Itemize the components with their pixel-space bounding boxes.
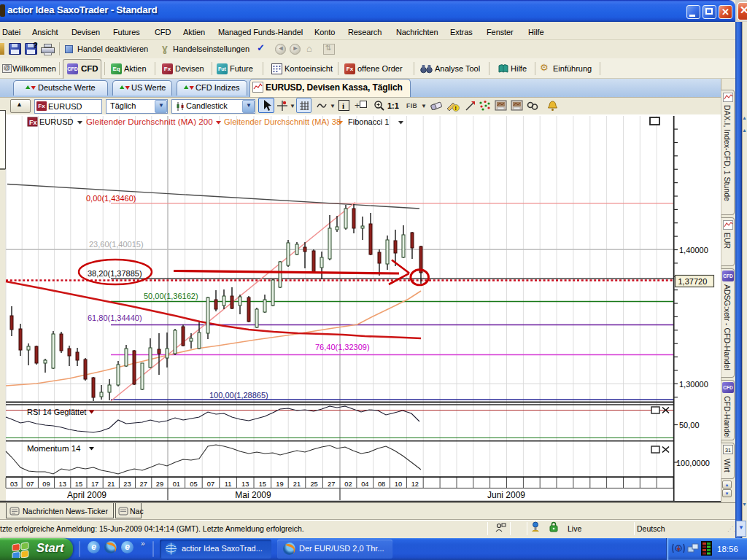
svg-text:21: 21 [293,481,301,488]
svg-text:Gleitender Durchschnitt (MA) 2: Gleitender Durchschnitt (MA) 200 [86,117,213,126]
svg-text:03: 03 [10,481,18,488]
svg-text:07: 07 [207,481,214,488]
svg-text:21: 21 [107,481,115,488]
svg-text:02: 02 [344,481,352,488]
svg-text:76,40(1,32309): 76,40(1,32309) [315,343,370,351]
svg-text:23: 23 [123,481,131,488]
svg-text:April 2009: April 2009 [67,490,107,500]
svg-text:61,80(1,34440): 61,80(1,34440) [88,314,142,322]
svg-text:01: 01 [173,481,180,488]
svg-text:1,30000: 1,30000 [679,380,708,389]
svg-text:1,37720: 1,37720 [678,277,708,286]
svg-text:25: 25 [310,481,317,488]
svg-text:Gleitender Durchschnitt (MA) 3: Gleitender Durchschnitt (MA) 38 [224,117,341,126]
svg-text:17: 17 [91,481,98,488]
svg-text:10: 10 [395,481,402,488]
svg-text:Juni 2009: Juni 2009 [487,490,525,500]
svg-text:12: 12 [411,481,419,488]
svg-text:07: 07 [26,481,34,488]
svg-text:27: 27 [140,481,147,488]
svg-text:04: 04 [361,481,368,488]
svg-text:RSI 14 Geglättet: RSI 14 Geglättet [27,408,86,416]
svg-text:13: 13 [59,481,66,488]
svg-text:29: 29 [156,481,163,488]
svg-text:19: 19 [276,481,283,488]
svg-text:13: 13 [241,481,249,488]
svg-text:50,00: 50,00 [679,421,700,429]
svg-text:09: 09 [42,481,50,488]
svg-text:27: 27 [328,481,335,488]
svg-text:23,60(1,40015): 23,60(1,40015) [89,240,144,249]
svg-text:100,00(1,28865): 100,00(1,28865) [209,391,268,400]
svg-text:!: ! [455,106,457,111]
svg-text:15: 15 [75,481,82,488]
svg-text:Momentum 14: Momentum 14 [27,444,81,453]
svg-text:100,0000: 100,0000 [676,459,710,467]
svg-text:15: 15 [259,481,266,488]
svg-text:38,20(1,37885): 38,20(1,37885) [88,269,142,278]
svg-text:1,40000: 1,40000 [679,246,708,254]
svg-text:50,00(1,36162): 50,00(1,36162) [144,292,198,300]
svg-text:Mai 2009: Mai 2009 [235,490,271,500]
svg-text:EURUSD: EURUSD [39,117,74,126]
svg-text:08: 08 [378,481,385,488]
svg-text:05: 05 [190,481,197,488]
svg-text:11: 11 [225,481,232,488]
svg-text:Fibonacci 1: Fibonacci 1 [348,117,389,126]
svg-text:0,00(1,43460): 0,00(1,43460) [86,194,136,203]
svg-text:Fx: Fx [29,119,37,126]
